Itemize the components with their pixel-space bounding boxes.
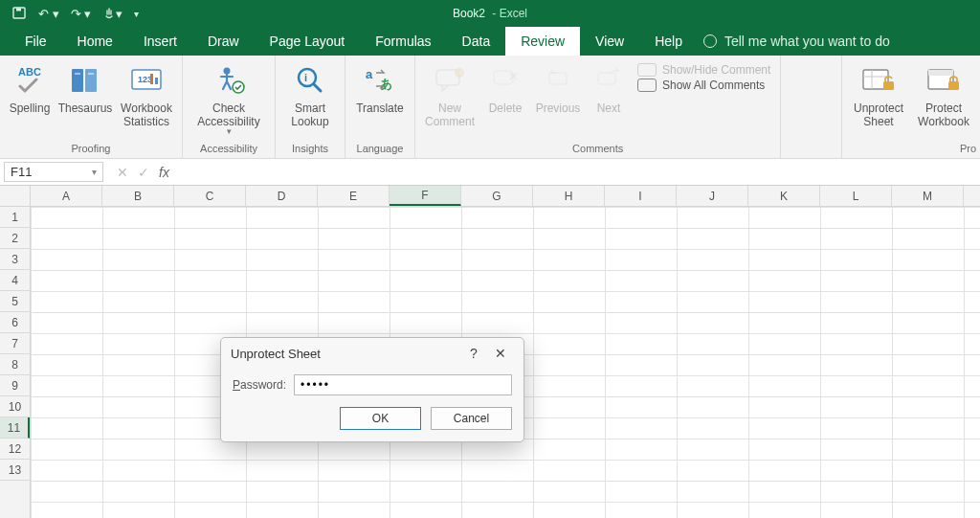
- password-label: Password:: [233, 378, 286, 392]
- password-input[interactable]: [294, 374, 512, 395]
- unprotect-sheet-dialog: Unprotect Sheet ? ✕ Password: OK Cancel: [220, 337, 524, 442]
- ok-button[interactable]: OK: [340, 407, 421, 430]
- dialog-close-button[interactable]: ✕: [487, 346, 514, 361]
- dialog-help-button[interactable]: ?: [460, 346, 487, 361]
- cancel-button[interactable]: Cancel: [431, 407, 512, 430]
- dialog-title: Unprotect Sheet: [231, 347, 321, 361]
- dialog-titlebar[interactable]: Unprotect Sheet ? ✕: [221, 338, 523, 369]
